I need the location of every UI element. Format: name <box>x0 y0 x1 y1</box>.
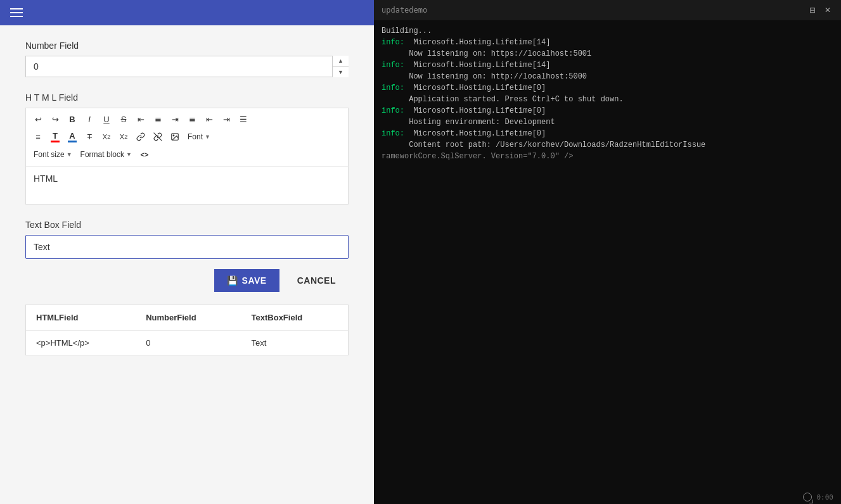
textbox-field-label: Text Box Field <box>25 220 349 230</box>
underline-button[interactable]: U <box>98 111 115 127</box>
cancel-button[interactable]: CANCEL <box>285 269 349 292</box>
terminal-line-6: Application started. Press Ctrl+C to shu… <box>382 94 833 105</box>
bg-color-indicator: A <box>68 132 77 142</box>
terminal-line-7: info: Microsoft.Hosting.Lifetime[0] <box>382 105 833 117</box>
terminal-line-1: info: Microsoft.Hosting.Lifetime[14] <box>382 37 833 48</box>
terminal-line-10: Content root path: /Users/korchev/Downlo… <box>382 139 833 151</box>
redo-button[interactable]: ↪ <box>47 111 63 127</box>
table-cell-number: 0 <box>136 331 241 356</box>
spin-down-button[interactable]: ▼ <box>333 67 349 78</box>
cancel-label: CANCEL <box>297 275 336 286</box>
font-size-arrow: ▼ <box>67 151 72 158</box>
align-justify-button[interactable]: ≣ <box>184 111 200 127</box>
terminal-content: Building... info: Microsoft.Hosting.Life… <box>374 20 841 489</box>
align-center-button[interactable]: ≣ <box>150 111 166 127</box>
save-button[interactable]: 💾 SAVE <box>214 269 279 292</box>
terminal-controls: updatedemo <box>382 6 427 15</box>
number-field-label: Number Field <box>25 41 349 51</box>
font-size-label: Font size <box>34 150 65 159</box>
button-row: 💾 SAVE CANCEL <box>25 269 349 292</box>
terminal-bottom-bar: 0:00 <box>795 490 842 504</box>
terminal-action-icons: ⊟ ✕ <box>807 4 833 16</box>
terminal-title: updatedemo <box>382 6 427 15</box>
terminal-line-9: info: Microsoft.Hosting.Lifetime[0] <box>382 128 833 139</box>
html-editor-content[interactable]: HTML <box>25 167 349 205</box>
col-header-textboxfield: TextBoxField <box>241 305 349 331</box>
undo-button[interactable]: ↩ <box>30 111 46 127</box>
insert-image-button[interactable] <box>167 129 183 145</box>
unlink-button[interactable] <box>150 129 166 145</box>
table-row: <p>HTML</p> 0 Text <box>26 331 349 356</box>
format-block-dropdown[interactable]: Format block ▼ <box>77 148 136 161</box>
html-content-text: HTML <box>34 173 58 184</box>
right-panel: updatedemo ⊟ ✕ Building... info: Microso… <box>374 0 841 504</box>
terminal-line-4: Now listening on: http://localhost:5000 <box>382 71 833 82</box>
terminal-close-button[interactable]: ✕ <box>822 4 833 16</box>
top-bar <box>0 0 374 25</box>
save-label: SAVE <box>242 275 267 286</box>
terminal-line-11: rameworkCore.SqlServer. Version="7.0.0" … <box>382 151 833 162</box>
bg-color-bar <box>68 141 77 142</box>
terminal-top-bar: updatedemo ⊟ ✕ <box>374 0 841 20</box>
text-input[interactable] <box>25 235 349 259</box>
format-block-label: Format block <box>80 150 124 159</box>
cursor-icon <box>803 493 812 501</box>
source-button[interactable]: <> <box>136 146 153 163</box>
outdent-button[interactable]: ⇤ <box>201 111 217 127</box>
table-cell-html: <p>HTML</p> <box>26 331 136 356</box>
remove-format-button[interactable]: T̶ <box>81 129 98 145</box>
font-dropdown-label: Font <box>188 132 203 141</box>
editor-toolbar: ↩ ↪ B I U S ⇤ ≣ ⇥ ≣ ⇤ ⇥ ☰ ≡ <box>25 108 349 167</box>
strikethrough-button[interactable]: S <box>115 111 132 127</box>
col-header-numberfield: NumberField <box>136 305 241 331</box>
toolbar-row-3: Font size ▼ Format block ▼ <> <box>30 146 344 163</box>
font-dropdown-arrow: ▼ <box>205 134 210 140</box>
insert-link-button[interactable] <box>132 129 149 145</box>
terminal-split-button[interactable]: ⊟ <box>807 4 818 16</box>
terminal-time: 0:00 <box>817 493 834 501</box>
font-color-button[interactable]: T <box>47 129 63 145</box>
terminal-line-8: Hosting environment: Development <box>382 117 833 128</box>
data-table: HTMLField NumberField TextBoxField <p>HT… <box>25 305 349 356</box>
toolbar-row-2: ≡ T A T̶ X2 X2 <box>30 129 344 145</box>
align-left-button[interactable]: ⇤ <box>132 111 149 127</box>
terminal-line-2: Now listening on: https://localhost:5001 <box>382 48 833 60</box>
indent-button[interactable]: ⇥ <box>218 111 234 127</box>
textbox-field-wrapper: Text Box Field <box>25 220 349 259</box>
form-area: Number Field ▲ ▼ H T M L Field ↩ ↪ B I U… <box>0 25 374 504</box>
bg-color-button[interactable]: A <box>64 129 80 145</box>
superscript-button[interactable]: X2 <box>115 129 132 145</box>
table-cell-text: Text <box>241 331 349 356</box>
col-header-htmlfield: HTMLField <box>26 305 136 331</box>
svg-point-2 <box>173 135 174 136</box>
font-color-indicator: T <box>51 132 60 142</box>
table-header-row: HTMLField NumberField TextBoxField <box>26 305 349 331</box>
number-field-wrapper: ▲ ▼ <box>25 56 349 77</box>
font-size-dropdown[interactable]: Font size ▼ <box>30 148 76 161</box>
terminal-line-building: Building... <box>382 25 833 37</box>
left-panel: Number Field ▲ ▼ H T M L Field ↩ ↪ B I U… <box>0 0 374 504</box>
ordered-list-button[interactable]: ≡ <box>30 129 46 145</box>
italic-button[interactable]: I <box>81 111 98 127</box>
font-color-bar <box>51 141 60 142</box>
number-input[interactable] <box>25 56 349 77</box>
html-field-wrapper: H T M L Field ↩ ↪ B I U S ⇤ ≣ ⇥ ≣ ⇤ ⇥ ☰ <box>25 92 349 205</box>
html-field-label: H T M L Field <box>25 92 349 103</box>
terminal-line-5: info: Microsoft.Hosting.Lifetime[0] <box>382 82 833 94</box>
terminal-line-3: info: Microsoft.Hosting.Lifetime[14] <box>382 60 833 71</box>
format-block-arrow: ▼ <box>126 151 132 158</box>
hamburger-menu-icon[interactable] <box>10 8 23 17</box>
toolbar-row-1: ↩ ↪ B I U S ⇤ ≣ ⇥ ≣ ⇤ ⇥ ☰ <box>30 111 344 127</box>
subscript-button[interactable]: X2 <box>98 129 115 145</box>
spin-up-button[interactable]: ▲ <box>333 56 349 67</box>
spin-buttons: ▲ ▼ <box>332 56 349 77</box>
unordered-list-button[interactable]: ☰ <box>235 111 252 127</box>
font-dropdown[interactable]: Font ▼ <box>184 130 214 144</box>
save-icon: 💾 <box>227 275 238 286</box>
align-right-button[interactable]: ⇥ <box>167 111 183 127</box>
bold-button[interactable]: B <box>64 111 80 127</box>
